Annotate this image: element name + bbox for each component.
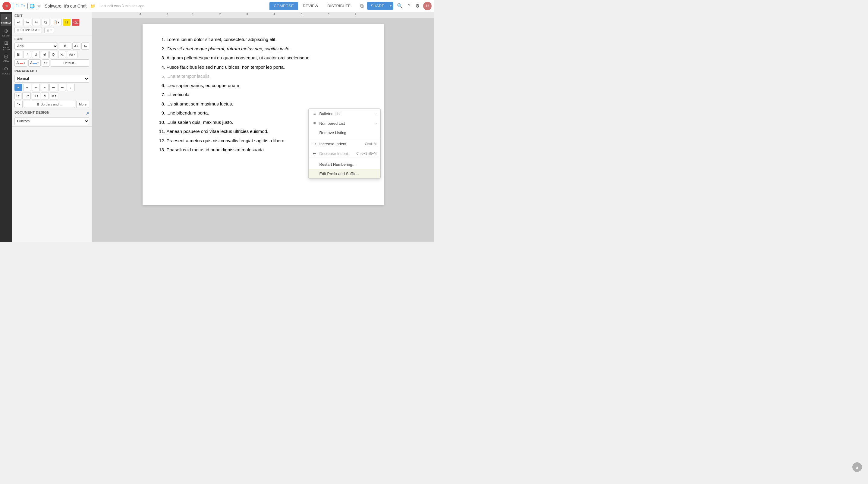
folder-icon[interactable]: 📁: [90, 4, 95, 8]
last-edit-status: Last edit was 3 minutes ago: [99, 4, 268, 8]
context-menu-edit-prefix[interactable]: Edit Prefix and Suffix...: [309, 169, 380, 178]
document-design-section: DOCUMENT DESIGN ↗ Custom: [12, 110, 92, 127]
view-icon: ◎: [4, 53, 8, 59]
subscript-button[interactable]: X₂: [58, 51, 66, 58]
list-row: • ▾ 1. ▾ ⇥ ▾ ¶ ⇌ ▾: [14, 92, 89, 99]
font-size-up-button[interactable]: A+: [72, 42, 80, 50]
superscript-button[interactable]: X²: [50, 51, 57, 58]
tab-compose[interactable]: COMPOSE: [270, 2, 298, 10]
case-dropdown[interactable]: Aa ▾: [67, 51, 78, 58]
italic-button[interactable]: I: [23, 51, 31, 58]
ruler-mark: 5: [301, 13, 302, 16]
star-icon[interactable]: ☆: [37, 4, 41, 8]
font-section: FONT Arial A+ A- B I U S X² X₂ Aa ▾: [12, 36, 92, 68]
default-button[interactable]: Default...: [51, 59, 89, 67]
align-center-button[interactable]: ≡: [23, 84, 31, 91]
page-layout-icon: ⊞: [4, 40, 8, 46]
erase-button[interactable]: ⌫: [72, 19, 80, 26]
alignment-row: ≡ ≡ ≡ ≡ ⇤ ⇥ ↕: [14, 84, 89, 91]
context-menu-remove-listing[interactable]: Remove Listing: [309, 128, 380, 138]
underline-button[interactable]: U: [32, 51, 40, 58]
highlight-color-button[interactable]: A ▾: [28, 59, 41, 67]
quick-text-dropdown[interactable]: ⊟ Quick Text ▾: [14, 27, 42, 33]
tab-distribute[interactable]: DISTRIBUTE: [323, 2, 355, 10]
undo-button[interactable]: ↩: [14, 19, 22, 26]
restart-numbering-label: Restart Numbering...: [319, 162, 377, 167]
external-link-icon[interactable]: ↗: [86, 111, 89, 116]
list-item: Fusce faucibus leo sed nunc ultrices, no…: [167, 64, 366, 71]
context-menu-numbered-list[interactable]: ≡ Numbered List ›: [309, 118, 380, 128]
context-menu-increase-indent[interactable]: ⇥ Increase Indent Cmd+M: [309, 139, 380, 149]
close-button[interactable]: ✕: [2, 2, 11, 10]
indent-decrease-button[interactable]: ⇤: [50, 84, 57, 91]
text-direction-dropdown[interactable]: ⇌ ▾: [50, 92, 58, 99]
text-spacing-button[interactable]: ↕ ▾: [42, 59, 50, 67]
left-panel: EDIT ↩ ↪ ✂ ⧉ 📋▾ H ⌫ ⊟ Quick Text ▾ ⊞ ▾: [12, 12, 92, 242]
sidebar-item-view[interactable]: ◎ VIEW: [1, 52, 11, 64]
para-extra-row: ❝ ▾ ⊟ Borders and ... More: [14, 101, 89, 108]
tab-review[interactable]: REVIEW: [299, 2, 322, 10]
ruler-mark: 3: [246, 13, 248, 16]
ruler-mark: 1: [192, 13, 193, 16]
paragraph-style-select[interactable]: Normal: [14, 75, 89, 83]
list-item: ...na at tempor iaculis.: [167, 73, 366, 80]
bullets-dropdown[interactable]: • ▾: [14, 92, 22, 99]
design-style-select[interactable]: Custom: [14, 117, 89, 125]
list-item: Aliquam pellentesque mi eu quam consequa…: [167, 55, 366, 61]
search-icon[interactable]: 🔍: [396, 2, 404, 10]
settings-icon[interactable]: ⚙: [414, 2, 421, 10]
line-spacing-button[interactable]: ↕: [67, 84, 75, 91]
ruler-mark: -1: [139, 13, 141, 16]
increase-indent-label: Increase Indent: [319, 142, 363, 146]
paste-button[interactable]: 📋▾: [51, 19, 61, 26]
context-menu-restart-numbering[interactable]: Restart Numbering...: [309, 160, 380, 169]
file-menu-button[interactable]: FILE ▾: [13, 3, 28, 9]
sidebar-item-insert[interactable]: ⊕ INSERT: [1, 27, 11, 38]
redo-button[interactable]: ↪: [24, 19, 31, 26]
insert-label: INSERT: [1, 34, 10, 37]
edit-section: EDIT ↩ ↪ ✂ ⧉ 📋▾ H ⌫ ⊟ Quick Text ▾ ⊞ ▾: [12, 12, 92, 36]
indent-increase-button[interactable]: ⇥: [58, 84, 66, 91]
strikethrough-button[interactable]: S: [41, 51, 49, 58]
sidebar-item-page-layout[interactable]: ⊞ PAGELAYOUT: [1, 39, 11, 51]
view-label: VIEW: [3, 60, 9, 62]
pilcrow-button[interactable]: ¶: [41, 92, 49, 99]
numbers-dropdown[interactable]: 1. ▾: [22, 92, 31, 99]
format-label: FORMAT: [1, 22, 11, 24]
align-right-button[interactable]: ≡: [32, 84, 40, 91]
sidebar-item-tools[interactable]: ⚙ TOOLS: [1, 64, 11, 77]
highlight-button[interactable]: H: [63, 19, 70, 26]
indent-dropdown[interactable]: ⇥ ▾: [32, 92, 40, 99]
more-button[interactable]: More: [76, 101, 89, 108]
design-section-title: DOCUMENT DESIGN: [14, 111, 50, 114]
align-justify-button[interactable]: ≡: [41, 84, 49, 91]
context-menu-bulleted-list[interactable]: ≡ Bulleted List ›: [309, 109, 380, 118]
font-name-select[interactable]: Arial: [14, 42, 58, 50]
list-item: Lorem ipsum dolor sit amet, consectetur …: [167, 36, 366, 43]
sidebar-item-format[interactable]: ✦ FORMAT: [1, 14, 11, 26]
presentation-icon[interactable]: ⧉: [359, 2, 365, 10]
format-dropdown[interactable]: ⊞ ▾: [44, 27, 54, 33]
share-button[interactable]: SHARE: [367, 2, 388, 10]
cut-button[interactable]: ✂: [33, 19, 40, 26]
copy-button[interactable]: ⧉: [41, 19, 50, 26]
globe-icon[interactable]: 🌐: [30, 4, 35, 8]
avatar[interactable]: U: [423, 2, 432, 10]
share-dropdown-button[interactable]: ▾: [388, 2, 393, 10]
bold-button[interactable]: B: [14, 51, 22, 58]
list-item: Cras sit amet neque placerat, rutrum met…: [167, 46, 366, 53]
font-size-down-button[interactable]: A-: [82, 42, 89, 50]
decrease-indent-icon: ⇤: [312, 151, 317, 156]
document-page: Lorem ipsum dolor sit amet, consectetur …: [143, 24, 384, 205]
quote-button[interactable]: ❝ ▾: [14, 101, 23, 108]
ruler-mark: 0: [166, 13, 168, 16]
align-left-button[interactable]: ≡: [14, 84, 22, 91]
borders-button[interactable]: ⊟ Borders and ...: [24, 101, 75, 108]
help-icon[interactable]: ?: [407, 2, 412, 10]
edit-toolbar-row2: ⊟ Quick Text ▾ ⊞ ▾: [14, 27, 89, 33]
context-menu-decrease-indent[interactable]: ⇤ Decrease Indent Cmd+Shift+M: [309, 149, 380, 158]
topbar: ✕ FILE ▾ 🌐 ☆ Software. It's our Craft 📁 …: [0, 0, 434, 12]
font-color-button[interactable]: A ▾: [14, 59, 27, 67]
font-section-title: FONT: [14, 37, 89, 41]
font-size-input[interactable]: [59, 42, 71, 50]
